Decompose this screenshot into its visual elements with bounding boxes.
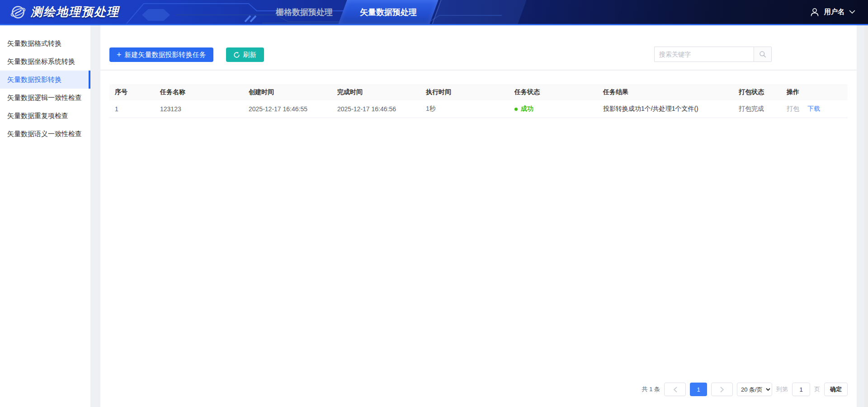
top-tabs: 栅格数据预处理 矢量数据预处理 <box>262 0 430 24</box>
cell-finish-time: 2025-12-17 16:46:56 <box>332 100 420 118</box>
next-page-button[interactable] <box>711 383 733 396</box>
col-finish-time: 完成时间 <box>332 84 420 100</box>
cell-task-status: 成功 <box>509 100 598 118</box>
task-table: 序号 任务名称 创建时间 完成时间 执行时间 任务状态 任务结果 打包状态 操作… <box>109 84 848 118</box>
tab-raster-preprocess[interactable]: 栅格数据预处理 <box>262 0 346 24</box>
user-menu[interactable]: 用户名 <box>810 0 855 24</box>
page-size-select[interactable]: 20 条/页 <box>737 383 772 396</box>
plus-icon: + <box>117 51 122 59</box>
cell-task-result: 投影转换成功1个/共处理1个文件() <box>598 100 733 118</box>
page-number-button[interactable]: 1 <box>690 383 707 396</box>
search-bar <box>654 47 772 62</box>
col-index: 序号 <box>109 84 155 100</box>
tab-streak-decoration <box>432 0 526 24</box>
col-created-time: 创建时间 <box>243 84 332 100</box>
col-package-status: 打包状态 <box>733 84 781 100</box>
chevron-down-icon <box>849 10 855 14</box>
cell-package-status: 打包完成 <box>733 100 781 118</box>
refresh-label: 刷新 <box>243 51 257 59</box>
scrollbar-track[interactable] <box>864 25 868 407</box>
cell-index: 1 <box>109 100 155 118</box>
download-action-link[interactable]: 下载 <box>807 105 820 112</box>
search-icon <box>759 51 766 58</box>
tab-label: 矢量数据预处理 <box>360 7 417 18</box>
cell-actions: 打包 下载 <box>781 100 848 118</box>
brand: 测绘地理预处理 <box>0 4 119 20</box>
cell-exec-time: 1秒 <box>420 100 509 118</box>
goto-confirm-button[interactable]: 确定 <box>824 383 848 396</box>
sidebar-item-semantic-consistency-check[interactable]: 矢量数据语义一致性检查 <box>0 125 90 143</box>
table-header-row: 序号 任务名称 创建时间 完成时间 执行时间 任务状态 任务结果 打包状态 操作 <box>109 84 848 100</box>
cell-task-name: 123123 <box>155 100 243 118</box>
goto-suffix-label: 页 <box>814 385 820 393</box>
table-row: 1 123123 2025-12-17 16:46:55 2025-12-17 … <box>109 100 848 118</box>
package-action-link[interactable]: 打包 <box>787 105 799 112</box>
status-text: 成功 <box>521 105 533 113</box>
chevron-left-icon <box>673 387 677 393</box>
refresh-icon <box>233 52 240 58</box>
sidebar-item-format-convert[interactable]: 矢量数据格式转换 <box>0 34 90 52</box>
goto-prefix-label: 到第 <box>776 385 788 393</box>
username-label: 用户名 <box>824 8 844 16</box>
status-dot-icon <box>514 108 518 111</box>
app-logo-icon <box>10 4 26 20</box>
new-task-label: 新建矢量数据投影转换任务 <box>125 51 206 59</box>
sidebar: 矢量数据格式转换 矢量数据坐标系统转换 矢量数据投影转换 矢量数据逻辑一致性检查… <box>0 25 90 407</box>
status-badge: 成功 <box>514 105 533 113</box>
col-task-name: 任务名称 <box>155 84 243 100</box>
main-area: + 新建矢量数据投影转换任务 刷新 <box>90 25 868 407</box>
sidebar-item-coordinate-system-convert[interactable]: 矢量数据坐标系统转换 <box>0 52 90 71</box>
cell-created-time: 2025-12-17 16:46:55 <box>243 100 332 118</box>
search-button[interactable] <box>754 47 772 62</box>
chevron-right-icon <box>720 387 724 393</box>
content-card: + 新建矢量数据投影转换任务 刷新 <box>100 25 857 407</box>
col-task-result: 任务结果 <box>598 84 733 100</box>
col-actions: 操作 <box>781 84 848 100</box>
app-header: 测绘地理预处理 栅格数据预处理 矢量数据预处理 用户名 <box>0 0 868 25</box>
refresh-button[interactable]: 刷新 <box>226 47 264 62</box>
sidebar-item-duplicate-check[interactable]: 矢量数据重复项检查 <box>0 107 90 125</box>
search-input[interactable] <box>654 47 754 62</box>
sidebar-item-logic-consistency-check[interactable]: 矢量数据逻辑一致性检查 <box>0 89 90 107</box>
user-icon <box>810 7 820 17</box>
col-task-status: 任务状态 <box>509 84 598 100</box>
goto-page-input[interactable] <box>792 383 810 396</box>
col-exec-time: 执行时间 <box>420 84 509 100</box>
total-count-label: 共 1 条 <box>642 385 660 393</box>
new-task-button[interactable]: + 新建矢量数据投影转换任务 <box>109 47 213 62</box>
pagination: 共 1 条 1 20 条/页 到第 页 确定 <box>642 383 848 396</box>
sidebar-item-projection-convert[interactable]: 矢量数据投影转换 <box>0 71 90 89</box>
task-table-zone: 序号 任务名称 创建时间 完成时间 执行时间 任务状态 任务结果 打包状态 操作… <box>100 71 857 118</box>
tab-vector-preprocess[interactable]: 矢量数据预处理 <box>346 0 430 24</box>
tab-label: 栅格数据预处理 <box>276 7 333 18</box>
prev-page-button[interactable] <box>664 383 686 396</box>
app-title: 测绘地理预处理 <box>31 4 119 20</box>
toolbar: + 新建矢量数据投影转换任务 刷新 <box>100 25 857 71</box>
